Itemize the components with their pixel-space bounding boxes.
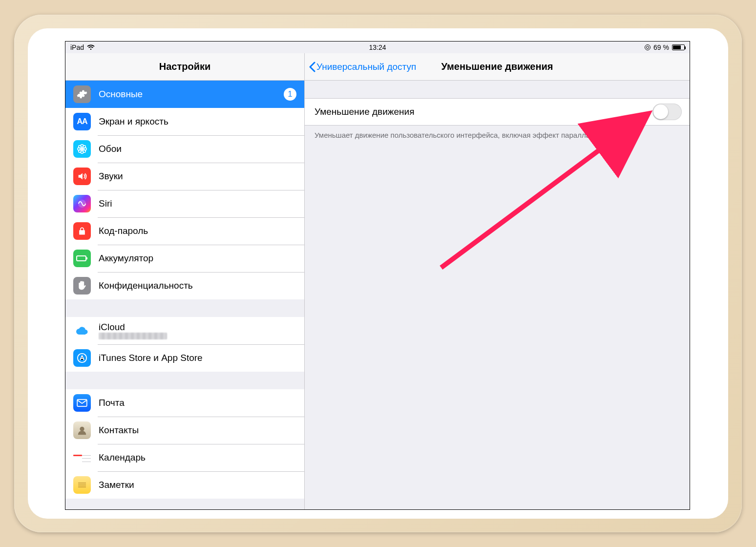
appstore-icon [73,349,91,367]
svg-rect-11 [86,257,87,259]
sidebar-item-календарь[interactable]: Календарь [65,444,304,471]
sidebar-item-label: Аккумулятор [99,253,153,264]
sidebar-item-аккумулятор[interactable]: Аккумулятор [65,245,304,272]
sidebar-item-label: Звуки [99,171,123,182]
reduce-motion-switch[interactable] [652,104,682,120]
back-label: Универсальный доступ [316,62,416,72]
lock-icon [73,222,91,240]
sidebar-item-label: Конфиденциальность [99,280,193,291]
sidebar-item-обои[interactable]: Обои [65,135,304,163]
status-bar: iPad 13:24 69 % [65,42,690,53]
clock: 13:24 [369,43,386,51]
sidebar-title: Настройки [159,61,211,72]
svg-line-18 [441,119,641,268]
sidebar-item-label: iTunes Store и App Store [99,353,203,363]
sidebar-item-заметки[interactable]: Заметки [65,471,304,499]
cloud-icon [73,322,91,339]
device-bezel: iPad 13:24 69 % Настройки [28,28,728,519]
speaker-icon [73,168,91,185]
sidebar-badge: 1 [284,88,296,101]
detail-pane: Универсальный доступ Уменьшение движения… [305,53,690,509]
detail-title: Уменьшение движения [441,61,553,72]
hand-icon [73,277,91,295]
sidebar-item-код-пароль[interactable]: Код-пароль [65,217,304,245]
contacts-icon [73,421,91,439]
sidebar-list[interactable]: Основные1AAЭкран и яркостьОбоиЗвукиSiriК… [65,81,304,509]
sidebar-item-label: iCloud [99,322,167,333]
sidebar-item-label: Почта [99,398,125,408]
back-button[interactable]: Универсальный доступ [309,53,416,80]
sidebar-item-звуки[interactable]: Звуки [65,163,304,190]
sidebar-item-itunes-store-и-app-store[interactable]: iTunes Store и App Store [65,344,304,372]
sidebar-item-почта[interactable]: Почта [65,389,304,417]
notes-icon [73,476,91,494]
sidebar-item-label: Основные [99,89,143,100]
sidebar-item-label: Контакты [99,425,139,436]
svg-point-14 [80,427,84,431]
rotation-lock-icon [645,44,651,50]
sidebar-item-label: Календарь [99,452,146,463]
sidebar-item-экран-и-яркость[interactable]: AAЭкран и яркость [65,108,304,135]
redacted-subtext [99,333,167,339]
reduce-motion-label: Уменьшение движения [315,106,414,117]
calendar-icon [73,449,91,466]
battery-icon [672,44,685,50]
sidebar-item-конфиденциальность[interactable]: Конфиденциальность [65,272,304,299]
sidebar-item-label: Заметки [99,480,134,490]
screen: iPad 13:24 69 % Настройки [65,41,690,510]
carrier-label: iPad [70,43,84,51]
sidebar-item-label: Siri [99,198,112,209]
sidebar-item-label: Код-пароль [99,226,148,236]
battery-percent: 69 % [653,43,669,51]
sidebar-item-label: Обои [99,144,122,154]
footer-note: Уменьшает движение пользовательского инт… [305,126,690,140]
flower-icon [73,140,91,158]
siri-icon [73,195,91,212]
chevron-left-icon [309,62,315,72]
settings-sidebar: Настройки Основные1AAЭкран и яркостьОбои… [65,53,305,509]
sidebar-item-siri[interactable]: Siri [65,190,304,217]
svg-rect-10 [77,256,86,261]
sidebar-header: Настройки [65,53,304,81]
battery-icon [73,250,91,267]
sidebar-item-основные[interactable]: Основные1 [65,81,304,108]
sidebar-item-label: Экран и яркость [99,116,168,127]
wifi-icon [87,44,95,50]
sidebar-item-icloud[interactable]: iCloud [65,317,304,344]
mail-icon [73,394,91,412]
svg-point-0 [81,147,84,150]
reduce-motion-cell[interactable]: Уменьшение движения [305,98,690,126]
ipad-device-frame: iPad 13:24 69 % Настройки [14,15,742,532]
aA-icon: AA [73,113,91,130]
sidebar-item-контакты[interactable]: Контакты [65,417,304,444]
detail-header: Универсальный доступ Уменьшение движения [305,53,690,81]
gear-icon [73,85,91,103]
